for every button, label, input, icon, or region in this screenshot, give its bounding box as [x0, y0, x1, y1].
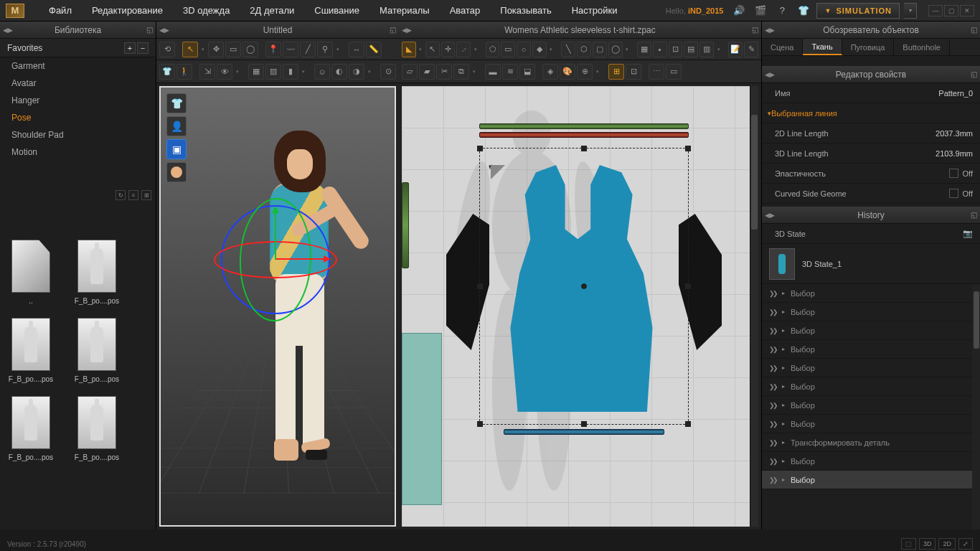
- tool-2d-sew-show[interactable]: ⧉: [453, 64, 469, 80]
- save-state-icon[interactable]: 📷: [963, 229, 973, 238]
- window-maximize[interactable]: ▢: [944, 5, 958, 17]
- tool-2d-irect[interactable]: ▢: [593, 42, 607, 57]
- tab-button[interactable]: Пуговица: [842, 39, 895, 55]
- tool-2d-text[interactable]: 📝: [728, 42, 743, 57]
- panel-popout-icon[interactable]: ◱: [390, 26, 396, 34]
- remove-favorite-icon[interactable]: −: [137, 42, 149, 54]
- tool-3d-sync[interactable]: ⟲: [159, 42, 175, 57]
- tool-2d-iron[interactable]: ▬: [485, 64, 501, 80]
- window-close[interactable]: ✕: [960, 5, 974, 17]
- tool-2d-curve[interactable]: ⟋: [456, 42, 471, 57]
- panel-menu-icon[interactable]: ◀▶: [765, 212, 775, 219]
- simulation-button[interactable]: SIMULATION: [816, 3, 900, 19]
- tab-fabric[interactable]: Ткань: [803, 39, 842, 55]
- tool-2d-polygon[interactable]: ⬠: [486, 42, 500, 57]
- panel-menu-icon[interactable]: ◀▶: [765, 27, 775, 34]
- tool-2d-sew-edit[interactable]: ✂: [436, 64, 452, 80]
- vp-avatar-icon[interactable]: 👤: [166, 116, 187, 136]
- history-item[interactable]: ❯❯▸Выбор: [762, 359, 980, 377]
- lib-item-pose[interactable]: Pose: [0, 109, 156, 126]
- thumb-pose-5[interactable]: F_B_po....pos: [72, 396, 122, 461]
- tool-2d-grain[interactable]: ▤: [684, 42, 698, 57]
- sound-icon[interactable]: 🔊: [730, 4, 748, 18]
- tool-2d-pattern[interactable]: ◈: [542, 64, 558, 80]
- menu-3d-clothing[interactable]: 3D одежда: [173, 5, 240, 16]
- thumb-pose-1[interactable]: F_B_po....pos: [72, 240, 122, 305]
- tool-2d-snap[interactable]: ⊡: [626, 64, 641, 80]
- tool-3d-garment[interactable]: 👕: [159, 64, 175, 80]
- video-icon[interactable]: 🎬: [752, 4, 769, 18]
- window-minimize[interactable]: —: [928, 5, 943, 17]
- history-item-current[interactable]: ❯❯▸Выбор: [762, 471, 980, 489]
- history-item[interactable]: ❯❯▸Выбор: [762, 415, 980, 433]
- tool-2d-transform[interactable]: ↖: [425, 42, 440, 57]
- tool-2d-steam[interactable]: ≋: [502, 64, 518, 80]
- tool-2d-trace[interactable]: ✎: [744, 42, 758, 57]
- history-item[interactable]: ❯❯▸Выбор: [762, 303, 980, 321]
- thumb-pose-3[interactable]: F_B_po....pos: [72, 318, 122, 383]
- panel-menu-icon[interactable]: ◀▶: [765, 71, 775, 78]
- history-item[interactable]: ❯❯▸Трансформировать деталь: [762, 433, 980, 452]
- rotation-gizmo[interactable]: [218, 202, 333, 317]
- panel-menu-icon[interactable]: ◀▶: [3, 27, 13, 34]
- panel-popout-icon[interactable]: ◱: [146, 26, 153, 34]
- tool-2d-print[interactable]: ⊕: [577, 64, 593, 80]
- tool-3d-line[interactable]: ╱: [300, 42, 316, 57]
- history-item[interactable]: ❯❯▸Выбор: [762, 284, 980, 303]
- help-icon[interactable]: ?: [773, 4, 791, 18]
- panel-popout-icon[interactable]: ◱: [752, 26, 758, 34]
- panel-popout-icon[interactable]: ◱: [971, 26, 977, 34]
- tool-2d-seam[interactable]: ▦: [637, 42, 651, 57]
- panel-menu-icon[interactable]: ◀▶: [159, 27, 169, 34]
- panel-popout-icon[interactable]: ◱: [971, 211, 977, 219]
- tool-2d-ref[interactable]: ▭: [666, 64, 682, 80]
- lib-item-hanger[interactable]: Hanger: [0, 92, 156, 109]
- tool-2d-fold[interactable]: ⊡: [669, 42, 683, 57]
- history-item[interactable]: ❯❯▸Выбор: [762, 452, 980, 471]
- mode-2d[interactable]: 2D: [938, 538, 956, 550]
- lib-item-garment[interactable]: Garment: [0, 57, 156, 75]
- seam-strip-top-2[interactable]: [479, 132, 689, 138]
- prop-section[interactable]: Выбранная линия: [762, 103, 980, 123]
- scrollbar-2d[interactable]: [750, 86, 758, 527]
- tool-3d-mesh[interactable]: ▦: [248, 64, 264, 80]
- tool-2d-sew-free[interactable]: ▰: [419, 64, 435, 80]
- state-item[interactable]: 3D State_1: [762, 244, 980, 284]
- tool-3d-lasso[interactable]: ◯: [242, 42, 258, 57]
- tool-2d-circle[interactable]: ○: [517, 42, 531, 57]
- simulation-dropdown[interactable]: ▾: [904, 3, 917, 19]
- tool-2d-baseline[interactable]: ⋯: [649, 64, 664, 80]
- grid-view-icon[interactable]: ⊞: [141, 190, 151, 200]
- list-view-icon[interactable]: ≡: [128, 190, 138, 200]
- tool-3d-move[interactable]: ✥: [208, 42, 224, 57]
- tab-scene[interactable]: Сцена: [762, 39, 803, 55]
- mode-3d[interactable]: 3D: [919, 538, 936, 550]
- tool-3d-show[interactable]: 👁: [217, 64, 232, 80]
- menu-show[interactable]: Показывать: [490, 5, 561, 16]
- tool-3d-smile[interactable]: ☺: [314, 64, 330, 80]
- tab-buttonhole[interactable]: Buttonhole: [894, 39, 950, 55]
- tool-3d-stress[interactable]: ◑: [349, 64, 364, 80]
- history-item[interactable]: ❯❯▸Выбор: [762, 340, 980, 359]
- tool-3d-select[interactable]: ↖: [182, 42, 198, 57]
- tool-2d-addpoint[interactable]: ✛: [441, 42, 456, 57]
- seam-strip-bottom[interactable]: [504, 429, 664, 435]
- menu-sewing[interactable]: Сшивание: [304, 5, 369, 16]
- seam-strip-left[interactable]: [402, 182, 409, 268]
- tool-3d-tack[interactable]: ⚲: [317, 42, 333, 57]
- tool-2d-grid[interactable]: ⊞: [608, 64, 624, 80]
- thumb-up[interactable]: ..: [6, 240, 56, 305]
- menu-edit[interactable]: Редактирование: [82, 5, 173, 16]
- menu-2d-details[interactable]: 2Д детали: [240, 5, 304, 16]
- tool-2d-sym[interactable]: ▥: [699, 42, 714, 57]
- prop-elasticity[interactable]: ЭластичностьOff: [762, 164, 980, 184]
- menu-file[interactable]: Файл: [39, 5, 82, 16]
- history-item[interactable]: ❯❯▸Выбор: [762, 377, 980, 396]
- tool-2d-ipoly[interactable]: ⬡: [577, 42, 591, 57]
- store-icon[interactable]: 👕: [795, 4, 812, 18]
- history-scrollbar[interactable]: [972, 284, 980, 529]
- seam-strip-top-1[interactable]: [479, 123, 689, 129]
- vp-garment-icon[interactable]: 👕: [166, 93, 187, 113]
- tool-3d-measure[interactable]: ↔: [349, 42, 364, 57]
- tool-2d-sew-seg[interactable]: ▱: [402, 64, 418, 80]
